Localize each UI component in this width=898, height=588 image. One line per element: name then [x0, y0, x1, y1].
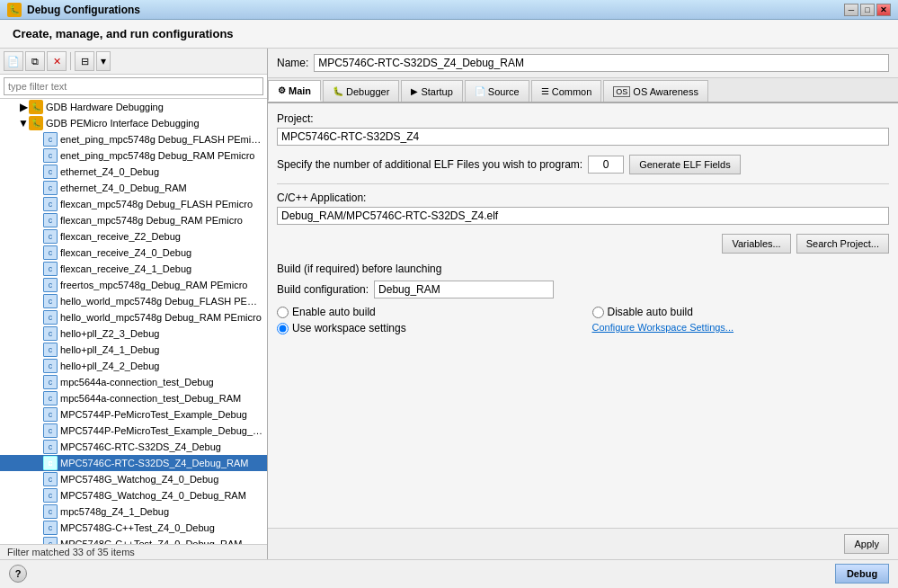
tree-label: flexcan_mpc5748g Debug_RAM PEmicro [60, 215, 243, 226]
list-item[interactable]: c enet_ping_mpc5748g Debug_FLASH PEmicro [0, 131, 267, 147]
filter-box [0, 75, 267, 99]
list-item[interactable]: c hello_world_mpc5748g Debug_RAM PEmicro [0, 309, 267, 325]
tree-label: MPC5748G_Watchog_Z4_0_Debug_RAM [60, 490, 246, 501]
tab-debugger[interactable]: 🐛 Debugger [323, 80, 399, 102]
maximize-button[interactable]: □ [860, 4, 875, 16]
tabs-bar: ⚙ Main 🐛 Debugger ▶ Startup 📄 Source ☰ C… [268, 78, 898, 103]
title-bar: 🐛 Debug Configurations ─ □ ✕ [0, 0, 898, 20]
disable-auto-build-radio[interactable] [592, 307, 604, 318]
list-item[interactable]: c MPC5748G_Watchog_Z4_0_Debug_RAM [0, 487, 267, 503]
tree-label: ethernet_Z4_0_Debug_RAM [60, 183, 187, 193]
list-item[interactable]: c flexcan_mpc5748g Debug_RAM PEmicro [0, 212, 267, 228]
list-item[interactable]: c MPC5744P-PeMicroTest_Example_Debug [0, 406, 267, 423]
enable-auto-build-row: Enable auto build [277, 306, 574, 318]
list-item[interactable]: c ethernet_Z4_0_Debug [0, 164, 267, 180]
configure-workspace-link[interactable]: Configure Workspace Settings... [592, 322, 734, 333]
list-item[interactable]: c MPC5748G-C++Test_Z4_0_Debug_RAM [0, 536, 267, 544]
tab-os-awareness[interactable]: OS OS Awareness [603, 80, 708, 102]
expand-icon: ▶ [18, 101, 29, 113]
variables-button[interactable]: Variables... [722, 234, 790, 254]
list-item[interactable]: c flexcan_receive_Z4_1_Debug [0, 261, 267, 277]
generate-elf-button[interactable]: Generate ELF Fields [629, 155, 741, 174]
tree-item-gdb-hardware[interactable]: ▶ 🐛 GDB Hardware Debugging [0, 99, 267, 115]
config-icon: c [43, 359, 58, 373]
build-config-input[interactable] [374, 281, 554, 298]
enable-auto-build-label: Enable auto build [292, 306, 376, 318]
list-item[interactable]: c hello+pll_Z4_2_Debug [0, 358, 267, 374]
list-item-selected[interactable]: c MPC5746C-RTC-S32DS_Z4_Debug_RAM [0, 455, 267, 471]
tree-label: MPC5744P-PeMicroTest_Example_Debug_RAM [60, 425, 263, 436]
tab-startup-label: Startup [421, 86, 452, 97]
config-icon: c [43, 423, 58, 438]
list-item[interactable]: c hello+pll_Z2_3_Debug [0, 325, 267, 342]
app-bottom-bar: ? Debug [0, 559, 898, 586]
filter-status-text: Filter matched 33 of 35 items [7, 547, 135, 557]
tab-startup[interactable]: ▶ Startup [401, 80, 462, 102]
disable-auto-build-label: Disable auto build [608, 306, 693, 318]
config-icon: c [43, 407, 58, 422]
list-item[interactable]: c enet_ping_mpc5748g Debug_RAM PEmicro [0, 147, 267, 164]
collapse-button[interactable]: ⊟ [75, 51, 94, 71]
list-item[interactable]: c MPC5746C-RTC-S32DS_Z4_Debug [0, 439, 267, 455]
config-icon: c [43, 537, 58, 544]
tab-common-label: Common [552, 86, 592, 97]
tree-label: hello+pll_Z4_2_Debug [60, 361, 159, 371]
tree-item-gdb-pemicro[interactable]: ▼ 🐛 GDB PEMicro Interface Debugging [0, 115, 267, 131]
list-item[interactable]: c flexcan_receive_Z2_Debug [0, 228, 267, 245]
list-item[interactable]: c mpc5748g_Z4_1_Debug [0, 503, 267, 520]
list-item[interactable]: c freertos_mpc5748g_Debug_RAM PEmicro [0, 277, 267, 293]
tree-label: MPC5748G_Watchog_Z4_0_Debug [60, 474, 218, 485]
build-options: Enable auto build Use workspace settings… [277, 306, 889, 338]
common-tab-icon: ☰ [541, 86, 549, 96]
use-workspace-label: Use workspace settings [292, 322, 406, 334]
tree-label: flexcan_receive_Z4_0_Debug [60, 247, 191, 258]
name-row: Name: [268, 49, 898, 78]
tree-label: ethernet_Z4_0_Debug [60, 166, 159, 177]
apply-button[interactable]: Apply [844, 534, 889, 554]
delete-config-button[interactable]: ✕ [47, 51, 67, 71]
list-item[interactable]: c flexcan_receive_Z4_0_Debug [0, 245, 267, 261]
enable-auto-build-radio[interactable] [277, 307, 289, 318]
close-button[interactable]: ✕ [876, 4, 891, 16]
app-label: C/C++ Application: [277, 192, 889, 204]
new-config-button[interactable]: 📄 [4, 51, 23, 71]
tab-common[interactable]: ☰ Common [531, 80, 602, 102]
minimize-button[interactable]: ─ [844, 4, 858, 16]
config-icon: c [43, 262, 58, 276]
list-item[interactable]: c hello_world_mpc5748g Debug_FLASH PEmic… [0, 293, 267, 309]
tab-main[interactable]: ⚙ Main [268, 80, 321, 102]
tree-label: hello_world_mpc5748g Debug_RAM PEmicro [60, 312, 262, 323]
tab-source[interactable]: 📄 Source [465, 80, 529, 102]
build-options-right: Disable auto build Configure Workspace S… [592, 306, 890, 338]
duplicate-config-button[interactable]: ⧉ [25, 51, 45, 71]
main-layout: 📄 ⧉ ✕ ⊟ ▾ ▶ 🐛 GDB Hardware Debugging [0, 49, 898, 559]
config-icon: c [43, 229, 58, 244]
tree-label: MPC5746C-RTC-S32DS_Z4_Debug_RAM [60, 458, 249, 468]
config-icon: c [43, 310, 58, 325]
tree-label: enet_ping_mpc5748g Debug_RAM PEmicro [60, 150, 254, 161]
tree-label: freertos_mpc5748g_Debug_RAM PEmicro [60, 280, 248, 290]
os-awareness-tab-icon: OS [613, 86, 630, 97]
elf-count-input[interactable] [588, 156, 624, 174]
list-item[interactable]: c flexcan_mpc5748g Debug_FLASH PEmicro [0, 196, 267, 212]
elf-row: Specify the number of additional ELF Fil… [277, 155, 889, 174]
title-bar-buttons: ─ □ ✕ [844, 4, 891, 16]
list-item[interactable]: c MPC5748G-C++Test_Z4_0_Debug [0, 520, 267, 536]
tree-label: mpc5748g_Z4_1_Debug [60, 506, 169, 517]
filter-input[interactable] [4, 77, 263, 95]
list-item[interactable]: c ethernet_Z4_0_Debug_RAM [0, 180, 267, 196]
app-input[interactable] [277, 207, 889, 225]
project-input[interactable] [277, 128, 889, 146]
list-item[interactable]: c hello+pll_Z4_1_Debug [0, 342, 267, 358]
debug-category-icon: 🐛 [29, 100, 43, 114]
list-item[interactable]: c MPC5748G_Watchog_Z4_0_Debug [0, 471, 267, 487]
list-item[interactable]: c mpc5644a-connection_test_Debug [0, 374, 267, 390]
help-button[interactable]: ? [9, 565, 27, 583]
view-menu-button[interactable]: ▾ [96, 51, 111, 71]
search-project-button[interactable]: Search Project... [796, 234, 889, 254]
list-item[interactable]: c mpc5644a-connection_test_Debug_RAM [0, 390, 267, 406]
name-input[interactable] [314, 54, 889, 72]
list-item[interactable]: c MPC5744P-PeMicroTest_Example_Debug_RAM [0, 423, 267, 439]
use-workspace-radio[interactable] [277, 323, 289, 334]
debug-button[interactable]: Debug [835, 564, 889, 584]
